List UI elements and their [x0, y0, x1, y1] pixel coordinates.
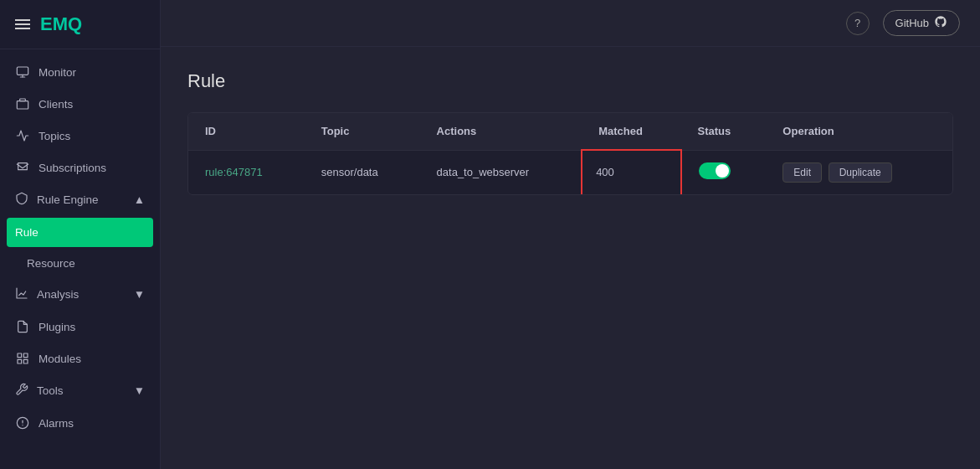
- cell-id: rule:647871: [188, 150, 305, 194]
- alarms-icon: [15, 415, 30, 430]
- toggle-thumb: [716, 164, 729, 178]
- github-button[interactable]: GitHub: [883, 10, 960, 36]
- svg-rect-7: [18, 359, 22, 363]
- page-content: Rule ID Topic Actions Matched Status Ope…: [161, 47, 980, 469]
- chevron-up-icon: ▲: [134, 193, 145, 206]
- logo: EMQ: [0, 0, 160, 49]
- cell-operation: Edit Duplicate: [766, 150, 952, 194]
- cell-topic: sensor/data: [305, 150, 420, 194]
- svg-rect-5: [18, 353, 22, 358]
- sidebar-item-clients-label: Clients: [38, 98, 73, 111]
- hamburger-icon[interactable]: [15, 19, 30, 29]
- topics-icon: [15, 128, 30, 143]
- svg-rect-0: [17, 67, 28, 75]
- sidebar-item-topics[interactable]: Topics: [0, 120, 160, 152]
- sidebar-item-plugins[interactable]: Plugins: [0, 311, 160, 343]
- svg-rect-3: [17, 101, 28, 109]
- rule-id-link[interactable]: rule:647871: [205, 166, 263, 178]
- sidebar: EMQ Monitor Clients Topics Subscription: [0, 0, 161, 469]
- svg-rect-6: [23, 353, 28, 358]
- sidebar-item-analysis[interactable]: Analysis ▼: [0, 278, 160, 311]
- logo-text: EMQ: [40, 13, 82, 35]
- chevron-down-icon-tools: ▼: [134, 384, 145, 397]
- page-title: Rule: [187, 70, 953, 92]
- chevron-down-icon: ▼: [134, 288, 145, 301]
- sidebar-item-resource[interactable]: Resource: [0, 249, 160, 278]
- sidebar-item-clients[interactable]: Clients: [0, 88, 160, 120]
- subscriptions-icon: [15, 160, 30, 175]
- col-header-operation: Operation: [766, 113, 952, 150]
- github-icon: [934, 15, 947, 31]
- table-body: rule:647871 sensor/data data_to_webserve…: [188, 150, 952, 194]
- col-header-id: ID: [188, 113, 305, 150]
- sidebar-item-plugins-label: Plugins: [38, 321, 75, 333]
- table-header: ID Topic Actions Matched Status Operatio…: [188, 113, 952, 150]
- sidebar-item-subscriptions[interactable]: Subscriptions: [0, 152, 160, 183]
- modules-icon: [15, 351, 30, 366]
- plugins-icon: [15, 319, 30, 334]
- help-button[interactable]: ?: [846, 12, 870, 35]
- col-header-matched: Matched: [582, 113, 680, 150]
- rule-table: ID Topic Actions Matched Status Operatio…: [188, 113, 952, 194]
- col-header-actions: Actions: [420, 113, 582, 150]
- clients-icon: [15, 96, 30, 111]
- sidebar-item-topics-label: Topics: [38, 130, 70, 142]
- sidebar-item-rule-label: Rule: [15, 226, 38, 239]
- sidebar-item-modules[interactable]: Modules: [0, 343, 160, 374]
- analysis-icon: [15, 286, 28, 302]
- status-toggle[interactable]: [699, 162, 731, 179]
- col-header-status: Status: [681, 113, 767, 150]
- sidebar-item-rule-engine[interactable]: Rule Engine ▲: [0, 183, 160, 216]
- edit-button[interactable]: Edit: [782, 162, 822, 183]
- sidebar-item-modules-label: Modules: [38, 353, 81, 365]
- rule-engine-icon: [15, 192, 28, 208]
- sidebar-nav: Monitor Clients Topics Subscriptions Rul: [0, 49, 160, 469]
- cell-actions: data_to_webserver: [420, 150, 582, 194]
- sidebar-item-resource-label: Resource: [27, 257, 75, 270]
- sidebar-item-monitor-label: Monitor: [38, 66, 76, 79]
- sidebar-item-analysis-label: Analysis: [37, 288, 79, 301]
- sidebar-item-alarms-label: Alarms: [38, 417, 74, 430]
- sidebar-item-alarms[interactable]: Alarms: [0, 407, 160, 439]
- svg-rect-4: [20, 99, 26, 101]
- sidebar-item-rule-engine-label: Rule Engine: [37, 193, 99, 206]
- duplicate-button[interactable]: Duplicate: [829, 162, 892, 183]
- table-row: rule:647871 sensor/data data_to_webserve…: [188, 150, 952, 194]
- sidebar-item-tools[interactable]: Tools ▼: [0, 374, 160, 407]
- sidebar-item-rule[interactable]: Rule: [7, 218, 153, 247]
- topbar: ? GitHub: [161, 0, 980, 47]
- sidebar-item-subscriptions-label: Subscriptions: [38, 162, 106, 174]
- monitor-icon: [15, 64, 30, 80]
- cell-matched: 400: [582, 150, 680, 194]
- tools-icon: [15, 383, 28, 399]
- github-label: GitHub: [895, 17, 929, 29]
- col-header-topic: Topic: [305, 113, 420, 150]
- cell-status: [681, 150, 767, 194]
- sidebar-item-monitor[interactable]: Monitor: [0, 56, 160, 88]
- sidebar-item-tools-label: Tools: [37, 384, 64, 397]
- svg-rect-8: [23, 359, 28, 363]
- toggle-track: [699, 162, 731, 179]
- main-content: ? GitHub Rule ID Topic Actions Matched S…: [161, 0, 980, 469]
- rule-table-container: ID Topic Actions Matched Status Operatio…: [187, 112, 953, 195]
